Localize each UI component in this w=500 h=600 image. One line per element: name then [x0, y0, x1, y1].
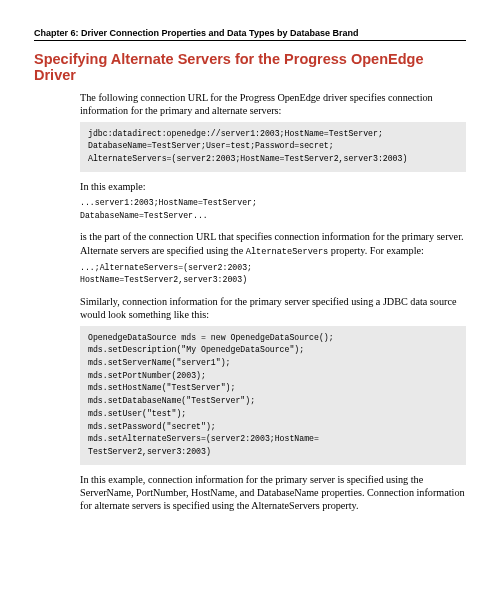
code-alternate-example: ...;AlternateServers=(server2:2003; Host…: [80, 262, 466, 287]
code-jdbc-source: OpenedgeDataSource mds = new OpenedgeDat…: [80, 326, 466, 465]
paragraph-example-label: In this example:: [80, 180, 466, 193]
inline-code-alternateservers: AlternateServers: [246, 247, 329, 257]
paragraph-explain: is the part of the connection URL that s…: [80, 230, 466, 257]
chapter-header: Chapter 6: Driver Connection Properties …: [34, 28, 466, 41]
paragraph-summary: In this example, connection information …: [80, 473, 466, 513]
text-span: property. For example:: [328, 245, 424, 256]
paragraph-intro: The following connection URL for the Pro…: [80, 91, 466, 118]
code-primary-part: ...server1:2003;HostName=TestServer; Dat…: [80, 197, 466, 222]
code-url-example: jdbc:datadirect:openedge://server1:2003;…: [80, 122, 466, 172]
paragraph-jdbc: Similarly, connection information for th…: [80, 295, 466, 322]
section-heading: Specifying Alternate Servers for the Pro…: [34, 51, 466, 83]
